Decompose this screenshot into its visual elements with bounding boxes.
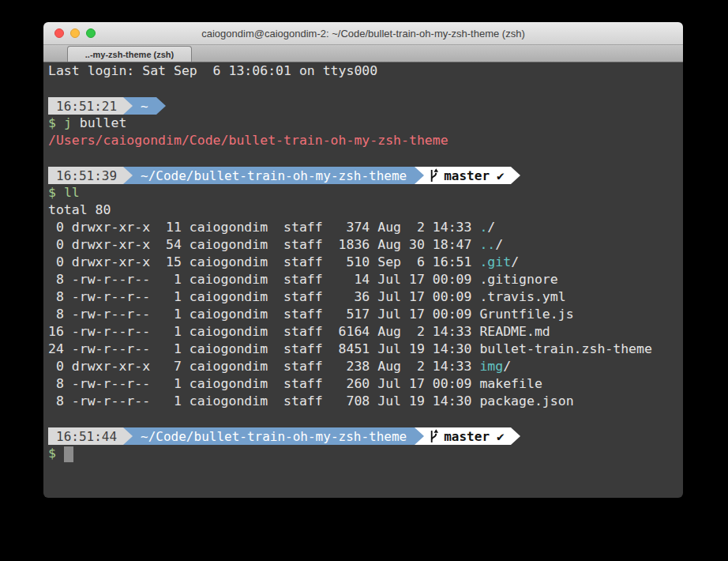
file-meta: 16 -rw-r--r-- 1 caiogondim staff 6164 Au… bbox=[48, 324, 479, 339]
close-button[interactable] bbox=[54, 28, 64, 38]
listing-row: 0 drwxr-xr-x 54 caiogondim staff 1836 Au… bbox=[48, 236, 683, 254]
listing-row: 8 -rw-r--r-- 1 caiogondim staff 14 Jul 1… bbox=[48, 271, 683, 288]
prompt-char: $ bbox=[48, 115, 64, 130]
dir-name: . bbox=[479, 220, 487, 235]
listing-row: 8 -rw-r--r-- 1 caiogondim staff 708 Jul … bbox=[48, 393, 683, 410]
powerline-arrow-icon bbox=[123, 167, 133, 184]
zoom-button[interactable] bbox=[86, 28, 96, 38]
last-login-line: Last login: Sat Sep 6 13:06:01 on ttys00… bbox=[48, 62, 683, 80]
listing-row: 24 -rw-r--r-- 1 caiogondim staff 8451 Ju… bbox=[48, 341, 683, 358]
tab-label: ..-my-zsh-theme (zsh) bbox=[85, 50, 174, 59]
file-name: bullet-train.zsh-theme bbox=[479, 341, 652, 356]
file-meta: 8 -rw-r--r-- 1 caiogondim staff 36 Jul 1… bbox=[48, 289, 479, 304]
prompt-dir-segment: ~/Code/bullet-train-oh-my-zsh-theme bbox=[133, 167, 415, 184]
listing-row: 8 -rw-r--r-- 1 caiogondim staff 36 Jul 1… bbox=[48, 288, 683, 306]
tab-bar: ..-my-zsh-theme (zsh) bbox=[43, 45, 683, 62]
dir-suffix: / bbox=[495, 237, 503, 252]
file-name: .gitignore bbox=[479, 272, 557, 287]
file-meta: 8 -rw-r--r-- 1 caiogondim staff 708 Jul … bbox=[48, 393, 479, 409]
tab-zsh[interactable]: ..-my-zsh-theme (zsh) bbox=[67, 46, 192, 62]
file-name: package.json bbox=[479, 393, 573, 409]
powerline-arrow-icon bbox=[123, 97, 133, 115]
command-line: $ ll bbox=[48, 184, 683, 201]
file-meta: 24 -rw-r--r-- 1 caiogondim staff 8451 Ju… bbox=[48, 341, 479, 356]
command-args: bullet bbox=[72, 115, 127, 130]
dir-name: img bbox=[479, 359, 503, 374]
powerline-arrow-icon bbox=[156, 97, 166, 115]
powerline-arrow-icon bbox=[511, 427, 520, 445]
blank-line bbox=[48, 80, 683, 97]
dir-name: .. bbox=[479, 237, 495, 252]
terminal-window: caiogondim@caiogondim-2: ~/Code/bullet-t… bbox=[43, 22, 683, 498]
terminal-content[interactable]: Last login: Sat Sep 6 13:06:01 on ttys00… bbox=[43, 62, 683, 498]
prompt-time-segment: 16:51:44 bbox=[48, 427, 123, 445]
file-meta: 0 drwxr-xr-x 7 caiogondim staff 238 Aug … bbox=[48, 359, 479, 374]
prompt-time-segment: 16:51:21 bbox=[48, 97, 123, 115]
window-titlebar[interactable]: caiogondim@caiogondim-2: ~/Code/bullet-t… bbox=[43, 22, 683, 45]
text-cursor[interactable] bbox=[64, 446, 73, 462]
dir-suffix: / bbox=[511, 254, 519, 269]
file-meta: 0 drwxr-xr-x 11 caiogondim staff 374 Aug… bbox=[48, 220, 479, 235]
listing-row: 8 -rw-r--r-- 1 caiogondim staff 260 Jul … bbox=[48, 375, 683, 393]
listing-row: 8 -rw-r--r-- 1 caiogondim staff 517 Jul … bbox=[48, 306, 683, 323]
git-clean-check-icon: ✔ bbox=[497, 168, 505, 183]
file-name: Gruntfile.js bbox=[479, 307, 573, 322]
prompt-bar-3: 16:51:44 ~/Code/bullet-train-oh-my-zsh-t… bbox=[48, 427, 683, 445]
powerline-arrow-icon bbox=[415, 167, 424, 184]
command-output-path: /Users/caiogondim/Code/bullet-train-oh-m… bbox=[48, 132, 683, 149]
listing-row: 0 drwxr-xr-x 7 caiogondim staff 238 Aug … bbox=[48, 358, 683, 375]
prompt-git-segment: master ✔ bbox=[424, 167, 510, 184]
prompt-char: $ bbox=[48, 446, 56, 461]
total-line: total 80 bbox=[48, 201, 683, 219]
prompt-char: $ bbox=[48, 185, 64, 200]
git-branch-icon bbox=[429, 168, 439, 183]
minimize-button[interactable] bbox=[70, 28, 80, 38]
prompt-git-segment: master ✔ bbox=[424, 427, 510, 445]
window-title: caiogondim@caiogondim-2: ~/Code/bullet-t… bbox=[201, 28, 525, 40]
listing-row: 16 -rw-r--r-- 1 caiogondim staff 6164 Au… bbox=[48, 323, 683, 341]
command-line: $ j bullet bbox=[48, 115, 683, 132]
listing-row: 0 drwxr-xr-x 11 caiogondim staff 374 Aug… bbox=[48, 219, 683, 236]
prompt-bar-2: 16:51:39 ~/Code/bullet-train-oh-my-zsh-t… bbox=[48, 167, 683, 184]
file-meta: 8 -rw-r--r-- 1 caiogondim staff 260 Jul … bbox=[48, 376, 479, 391]
powerline-arrow-icon bbox=[511, 167, 520, 184]
file-meta: 0 drwxr-xr-x 54 caiogondim staff 1836 Au… bbox=[48, 237, 479, 252]
command-name: ll bbox=[64, 185, 80, 200]
current-command-line: $ bbox=[48, 445, 683, 462]
blank-line bbox=[48, 410, 683, 427]
traffic-lights bbox=[54, 22, 96, 44]
powerline-arrow-icon bbox=[415, 427, 424, 445]
dir-suffix: / bbox=[503, 359, 511, 374]
git-branch-name: master bbox=[444, 168, 490, 183]
git-branch-name: master bbox=[444, 429, 490, 444]
file-name: .travis.yml bbox=[479, 289, 565, 304]
dir-suffix: / bbox=[487, 220, 495, 235]
prompt-dir-segment: ~/Code/bullet-train-oh-my-zsh-theme bbox=[133, 427, 415, 445]
prompt-time-segment: 16:51:39 bbox=[48, 167, 123, 184]
file-meta: 0 drwxr-xr-x 15 caiogondim staff 510 Sep… bbox=[48, 254, 479, 269]
file-name: makefile bbox=[479, 376, 542, 391]
file-meta: 8 -rw-r--r-- 1 caiogondim staff 14 Jul 1… bbox=[48, 272, 479, 287]
command-name: j bbox=[64, 115, 72, 130]
git-branch-icon bbox=[429, 429, 439, 444]
git-clean-check-icon: ✔ bbox=[497, 429, 505, 444]
blank-line bbox=[48, 149, 683, 167]
file-meta: 8 -rw-r--r-- 1 caiogondim staff 517 Jul … bbox=[48, 307, 479, 322]
powerline-arrow-icon bbox=[123, 427, 133, 445]
listing-row: 0 drwxr-xr-x 15 caiogondim staff 510 Sep… bbox=[48, 254, 683, 271]
prompt-dir-segment: ~ bbox=[133, 97, 156, 115]
dir-name: .git bbox=[479, 254, 511, 269]
file-name: README.md bbox=[479, 324, 550, 339]
prompt-bar-1: 16:51:21 ~ bbox=[48, 97, 683, 115]
